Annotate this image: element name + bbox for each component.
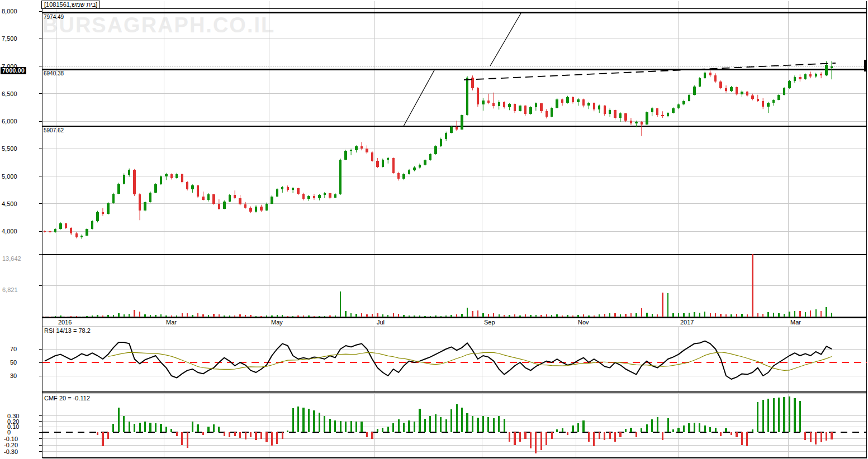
chart-root: BURSAGRAPH.CO.IL 7974.496940.385907.628,…: [0, 0, 868, 459]
time-axis-label: Nov: [578, 319, 589, 326]
rsi-tick-label: 50: [10, 359, 17, 366]
price-level-label: 6940.38: [44, 70, 64, 76]
cmf-tick-label: -0.20: [4, 442, 18, 448]
volume-tick-label: 13,642: [2, 255, 21, 262]
symbol-title: [1081561,בית שמש]: [41, 1, 100, 9]
price-tick-label: 4,500: [2, 200, 17, 207]
time-axis-label: Sep: [484, 319, 495, 326]
cmf-indicator-label: CMF 20 = -0.112: [44, 395, 90, 401]
price-level-label: 5907.62: [44, 127, 64, 133]
chart-canvas: 7974.496940.385907.628,0007,5007,0006,50…: [0, 0, 868, 459]
cmf-tick-label: -0.10: [4, 436, 18, 442]
price-tick-label: 5,500: [2, 145, 17, 152]
price-tick-label: 7,500: [2, 35, 17, 42]
time-axis-label: Jul: [377, 319, 385, 326]
volume-series: [44, 254, 832, 317]
trendline: [404, 69, 435, 126]
rsi-tick-label: 70: [10, 346, 17, 352]
cmf-tick-label: -0.30: [4, 448, 18, 455]
price-tick-label: 4,000: [2, 228, 17, 235]
rsi-line: [45, 341, 832, 379]
trendline-dashed: [464, 63, 836, 80]
trendline: [490, 12, 521, 66]
time-axis-label: Mar: [790, 319, 801, 326]
rsi-tick-label: 30: [10, 372, 17, 379]
price-tick-label: 5,000: [2, 173, 17, 180]
cmf-tick-label: 0: [7, 429, 11, 436]
time-axis-label: 2016: [58, 319, 72, 326]
candlestick-series: [44, 61, 833, 239]
time-axis-label: 2017: [680, 319, 694, 326]
time-axis-label: May: [271, 319, 283, 326]
rsi-indicator-label: RSI 14/13 = 78.2: [44, 327, 91, 334]
volume-tick-label: 6,821: [2, 286, 18, 293]
price-tick-label: 6,000: [2, 118, 17, 125]
time-axis-label: Mar: [166, 319, 177, 326]
price-tick-label: 6,500: [2, 90, 17, 97]
last-price-badge: 7000.00: [1, 67, 26, 74]
price-tick-label: 8,000: [2, 8, 17, 15]
last-price-marker: [864, 60, 867, 71]
price-level-label: 7974.49: [44, 14, 64, 20]
